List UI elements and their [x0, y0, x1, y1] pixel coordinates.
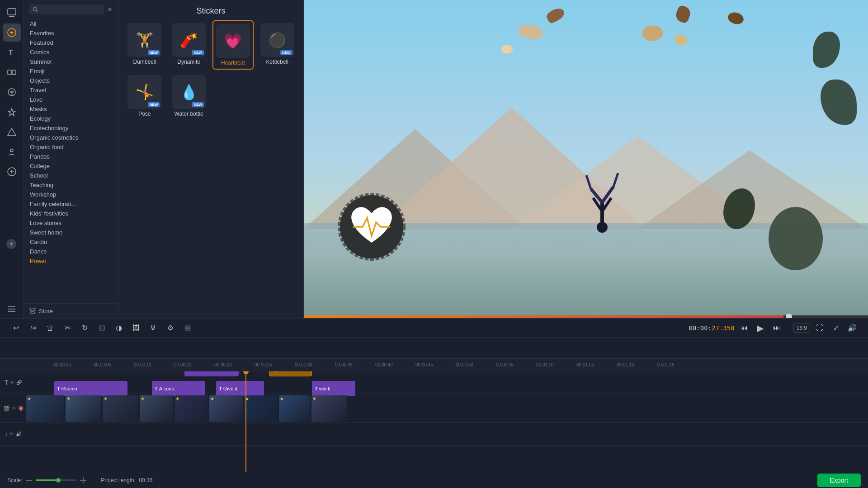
skip-end-btn[interactable]: ⏭	[770, 321, 783, 335]
text-track-icon: T	[5, 379, 9, 386]
volume-icon-audio[interactable]: 🔊	[16, 432, 21, 436]
store-button[interactable]: Store	[24, 303, 118, 318]
category-ecotechnology[interactable]: Ecotechnology	[27, 123, 114, 133]
video-track-controls: 🎬 👁 🔇	[0, 405, 26, 412]
link-icon[interactable]: 🔗	[16, 380, 22, 385]
category-sweet_home[interactable]: Sweet home	[27, 228, 114, 237]
cut-btn[interactable]: ✂	[61, 321, 74, 335]
sidebar-media-btn[interactable]	[3, 4, 21, 22]
sidebar-shapes-btn[interactable]	[3, 123, 21, 141]
video-preview[interactable]	[304, 0, 868, 318]
export-button[interactable]: Export	[817, 474, 861, 487]
category-school[interactable]: School	[27, 171, 114, 180]
video-clip-8[interactable]: ★	[311, 395, 348, 422]
eye-icon-video[interactable]: 👁	[12, 406, 16, 411]
category-family_celebration[interactable]: Family celebrati...	[27, 199, 114, 209]
sidebar-effects-btn[interactable]	[3, 103, 21, 121]
timeline-ruler: 00:00:0000:00:0500:00:1000:00:1500:00:20…	[0, 359, 868, 371]
sticker-water_bottle[interactable]: 💧NEWWater bottle	[168, 72, 210, 120]
delete-btn[interactable]: 🗑	[43, 321, 57, 335]
category-ecology[interactable]: Ecology	[27, 114, 114, 123]
play-btn[interactable]: ▶	[754, 321, 767, 335]
aspect-ratio-btn[interactable]: 16:9	[793, 324, 810, 333]
volume-btn[interactable]: 🔊	[845, 321, 859, 335]
sidebar-stickers-btn[interactable]	[3, 23, 21, 42]
video-clip-2[interactable]: ★	[103, 395, 139, 422]
video-progress-bar[interactable]	[304, 315, 868, 318]
star-icon: ★	[104, 396, 108, 401]
sticker-heartbeat[interactable]: 💗Heartbeat	[212, 20, 254, 70]
category-pandas[interactable]: Pandas	[27, 152, 114, 161]
audio-btn[interactable]: 🎙	[146, 321, 160, 335]
category-college[interactable]: College	[27, 161, 114, 171]
image-btn[interactable]: 🖼	[129, 321, 143, 335]
sidebar-add-btn[interactable]	[3, 163, 21, 181]
sticker-grid: 🏋️NEWDumbbell🧨NEWDynamite💗Heartbeat⚫NEWK…	[118, 20, 303, 125]
category-love_stories[interactable]: Love stories	[27, 218, 114, 228]
sticker-dynamite[interactable]: 🧨NEWDynamite	[168, 20, 210, 70]
adjust-btn[interactable]: ⊞	[181, 321, 194, 335]
close-search-btn[interactable]: ✕	[107, 6, 113, 13]
flying-obj-7	[672, 33, 689, 47]
category-featured[interactable]: Featured	[27, 38, 114, 47]
eye-icon-audio[interactable]: 👁	[9, 432, 14, 436]
rotate-btn[interactable]: ↻	[78, 321, 91, 335]
fullscreen-btn[interactable]: ⤢	[829, 321, 843, 335]
category-comics[interactable]: Comics	[27, 47, 114, 57]
video-clip-6[interactable]: ★	[244, 395, 278, 422]
timecode-prefix: 00:00:	[689, 324, 712, 332]
add-track-btn[interactable]: +	[6, 239, 16, 249]
sidebar-motion-btn[interactable]	[3, 143, 21, 161]
zoom-out-icon[interactable]	[25, 476, 33, 484]
category-favorites[interactable]: Favorites	[27, 28, 114, 38]
category-cardio[interactable]: Cardio	[27, 237, 114, 247]
category-love[interactable]: Love	[27, 95, 114, 104]
category-kids_festivities[interactable]: Kids' festivities	[27, 209, 114, 218]
text-clip-just-be[interactable]: T Just be	[184, 371, 239, 376]
crop-btn[interactable]: ⊡	[95, 321, 108, 335]
category-masks[interactable]: Masks	[27, 104, 114, 114]
sticker-label-heartbeat: Heartbeat	[221, 60, 245, 66]
sticker-pose[interactable]: 🤸NEWPose	[124, 72, 165, 120]
category-organic_food[interactable]: Organic food	[27, 142, 114, 152]
category-organic_cosmetics[interactable]: Organic cosmetics	[27, 133, 114, 142]
video-track-content[interactable]: ★★★★★★★★★	[26, 394, 868, 423]
zoom-in-icon[interactable]	[79, 476, 87, 484]
sidebar-list-btn[interactable]	[3, 300, 21, 318]
sidebar-filters-btn[interactable]	[3, 83, 21, 101]
category-workshop[interactable]: Workshop	[27, 190, 114, 199]
search-input[interactable]	[41, 6, 101, 13]
category-travel[interactable]: Travel	[27, 85, 114, 95]
search-box[interactable]	[29, 5, 104, 14]
eye-icon[interactable]: 👁	[10, 380, 14, 385]
video-progress-thumb[interactable]	[786, 314, 792, 318]
category-objects[interactable]: Objects	[27, 76, 114, 85]
redo-btn[interactable]: ↪	[26, 321, 40, 335]
scale-slider[interactable]	[36, 479, 76, 481]
heartbeat-sticker[interactable]	[338, 193, 406, 261]
video-clip-1[interactable]: ★	[66, 395, 102, 422]
ruler-mark-0: 00:00:00	[53, 362, 71, 367]
color-btn[interactable]: ◑	[112, 321, 126, 335]
skip-start-btn[interactable]: ⏮	[737, 321, 751, 335]
sticker-dumbbell[interactable]: 🏋️NEWDumbbell	[124, 20, 165, 70]
category-power[interactable]: Power	[27, 256, 114, 266]
category-teaching[interactable]: Teaching	[27, 180, 114, 190]
category-all[interactable]: All	[27, 19, 114, 28]
video-clip-7[interactable]: ★	[279, 395, 311, 422]
undo-btn[interactable]: ↩	[9, 321, 23, 335]
sidebar-text-btn[interactable]: T	[3, 43, 21, 61]
category-dance[interactable]: Dance	[27, 247, 114, 256]
video-clip-3[interactable]: ★	[140, 395, 174, 422]
audio-mute-icon[interactable]: 🔇	[18, 406, 24, 411]
video-clip-0[interactable]: ★	[26, 395, 65, 422]
video-clip-5[interactable]: ★	[209, 395, 243, 422]
sidebar-transitions-btn[interactable]	[3, 63, 21, 81]
settings-btn[interactable]: ⚙	[164, 321, 177, 335]
sticker-thumb-heartbeat: 💗	[216, 24, 250, 58]
category-summer[interactable]: Summer	[27, 57, 114, 66]
category-emoji[interactable]: Emoji	[27, 66, 114, 76]
fullscreen-export-btn[interactable]: ⛶	[813, 321, 826, 335]
video-clip-4[interactable]: ★	[175, 395, 208, 422]
sticker-kettlebell[interactable]: ⚫NEWKettlebell	[256, 20, 298, 70]
